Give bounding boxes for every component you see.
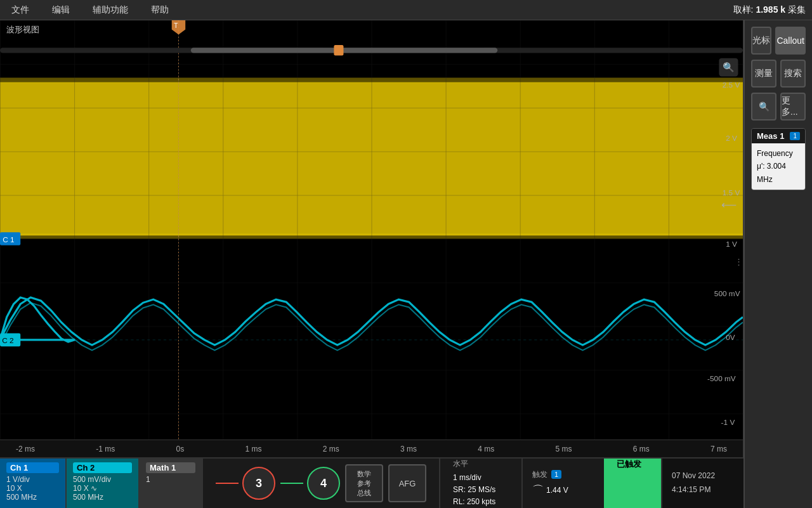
math-label: Math 1 <box>146 462 195 473</box>
meas-title: Meas 1 <box>757 131 784 141</box>
svg-rect-4 <box>0 20 743 457</box>
svg-text:2 V: 2 V <box>726 134 737 142</box>
time-display: 4:14:15 PM <box>672 483 734 497</box>
waveform-title: 波形视图 <box>6 24 39 36</box>
meas-header: Meas 1 1 <box>752 129 805 143</box>
svg-text:1.5 V: 1.5 V <box>723 189 740 197</box>
afg-btn[interactable]: AFG <box>388 464 426 502</box>
horizontal-title: 水平 <box>453 459 509 469</box>
math-info[interactable]: Math 1 1 <box>140 459 203 508</box>
time-label: 7 ms <box>710 445 727 453</box>
horizontal-rl: RL: 250 kpts <box>453 496 509 508</box>
ch2-coupling: 10 X ∿ <box>73 484 132 493</box>
trigger-detail: ⌒ 1.44 V <box>532 483 594 498</box>
svg-text:2.5 V: 2.5 V <box>723 81 740 89</box>
time-axis: -2 ms -1 ms 0s 1 ms 2 ms 3 ms 4 ms 5 ms … <box>0 440 743 457</box>
time-label: -2 ms <box>16 445 35 453</box>
svg-text:⋮: ⋮ <box>734 257 743 267</box>
svg-text:0V: 0V <box>726 334 735 341</box>
sample-status: 取样: 1.985 k 采集 <box>733 4 806 16</box>
waveform-view[interactable]: 波形视图 <box>0 20 743 457</box>
horizontal-sr: SR: 25 MS/s <box>453 484 509 496</box>
more-btn[interactable]: 更多... <box>780 93 806 120</box>
meas-content: Frequency μ': 3.004 MHz <box>752 143 805 190</box>
ch2-volt-div: 500 mV/div <box>73 475 132 484</box>
ch1-bandwidth: 500 MHz <box>6 493 59 502</box>
ch1-coupling: 10 X <box>6 484 59 493</box>
svg-text:⟵: ⟵ <box>721 199 737 211</box>
bottom-bar: Ch 1 1 V/div 10 X 500 MHz Ch 2 500 mV/di… <box>0 457 743 508</box>
menu-tools[interactable]: 辅助功能 <box>88 2 133 18</box>
ch1-volt-div: 1 V/div <box>6 475 59 484</box>
math-value: 1 <box>146 475 195 484</box>
cursor-callout-row: 光标 Callout <box>751 27 806 55</box>
icon-more-row: 🔍 更多... <box>751 93 806 120</box>
meas-type: Frequency <box>757 147 800 160</box>
date-display: 07 Nov 2022 <box>672 469 734 483</box>
triggered-btn[interactable]: 已触发 <box>604 459 661 508</box>
ch2-label: Ch 2 <box>73 462 132 473</box>
trigger-value: 1.44 V <box>546 486 568 495</box>
svg-text:🔍: 🔍 <box>723 62 735 73</box>
waveform-svg: T C 1 C 2 2.5 V 2 V 1.5 V <box>0 20 743 457</box>
time-label: -1 ms <box>96 445 115 453</box>
ch3-button[interactable]: 3 <box>216 467 275 500</box>
ch2-bandwidth: 500 MHz <box>73 493 132 502</box>
time-label: 5 ms <box>555 445 572 453</box>
math-ref-bus-btn[interactable]: 数学 参考 总线 <box>345 464 383 502</box>
ch3-round-btn[interactable]: 3 <box>242 467 275 500</box>
main-layout: 波形视图 <box>0 20 812 508</box>
menu-file[interactable]: 文件 <box>6 2 34 18</box>
time-label: 6 ms <box>633 445 650 453</box>
svg-text:500 mV: 500 mV <box>714 290 740 297</box>
svg-text:-500 mV: -500 mV <box>707 375 736 382</box>
trigger-label: 触发 <box>532 469 547 480</box>
trigger-info: 触发 1 ⌒ 1.44 V <box>521 459 604 508</box>
zoom-btn[interactable]: 🔍 <box>751 93 776 120</box>
horizontal-time-div: 1 ms/div <box>453 472 509 484</box>
trigger-header: 触发 1 <box>532 469 594 480</box>
trigger-badge: 1 <box>551 470 561 479</box>
svg-text:-1 V: -1 V <box>721 419 735 426</box>
meas-panel: Meas 1 1 Frequency μ': 3.004 MHz <box>751 128 806 190</box>
svg-text:C 1: C 1 <box>3 236 14 244</box>
svg-text:T: T <box>174 22 178 30</box>
zoom-icon: 🔍 <box>759 101 769 112</box>
ch1-label: Ch 1 <box>6 462 59 473</box>
ch2-info[interactable]: Ch 2 500 mV/div 10 X ∿ 500 MHz <box>67 459 140 508</box>
ch1-info[interactable]: Ch 1 1 V/div 10 X 500 MHz <box>0 459 67 508</box>
svg-rect-11 <box>191 48 497 53</box>
horizontal-info: 水平 1 ms/div SR: 25 MS/s RL: 250 kpts <box>439 459 521 508</box>
cursor-btn[interactable]: 光标 <box>751 27 771 55</box>
meas-badge: 1 <box>790 132 800 140</box>
measure-btn[interactable]: 测量 <box>751 60 776 88</box>
time-label: 3 ms <box>400 445 417 453</box>
center-buttons: 3 4 数学 参考 总线 AFG <box>203 459 439 508</box>
svg-text:C 2: C 2 <box>2 337 13 344</box>
search-btn[interactable]: 搜索 <box>780 60 806 88</box>
time-label: 1 ms <box>245 445 261 453</box>
datetime-info: 07 Nov 2022 4:14:15 PM <box>661 459 743 508</box>
svg-text:1 V: 1 V <box>726 240 737 248</box>
menu-help[interactable]: 帮助 <box>146 2 174 18</box>
time-label: 4 ms <box>478 445 494 453</box>
meas-search-row: 测量 搜索 <box>751 60 806 88</box>
time-label: 0s <box>176 445 184 453</box>
callout-btn[interactable]: Callout <box>775 27 806 55</box>
scope-area: 波形视图 <box>0 20 743 508</box>
svg-rect-12 <box>334 45 343 55</box>
ch4-round-btn[interactable]: 4 <box>307 467 340 500</box>
menu-edit[interactable]: 编辑 <box>47 2 75 18</box>
ch4-button[interactable]: 4 <box>280 467 340 500</box>
menu-items: 文件 编辑 辅助功能 帮助 <box>6 2 174 18</box>
meas-value: μ': 3.004 MHz <box>757 160 800 186</box>
right-panel: 光标 Callout 测量 搜索 🔍 更多... Meas 1 1 Freque… <box>743 20 812 508</box>
time-label: 2 ms <box>323 445 339 453</box>
menu-bar: 文件 编辑 辅助功能 帮助 取样: 1.985 k 采集 <box>0 0 812 20</box>
